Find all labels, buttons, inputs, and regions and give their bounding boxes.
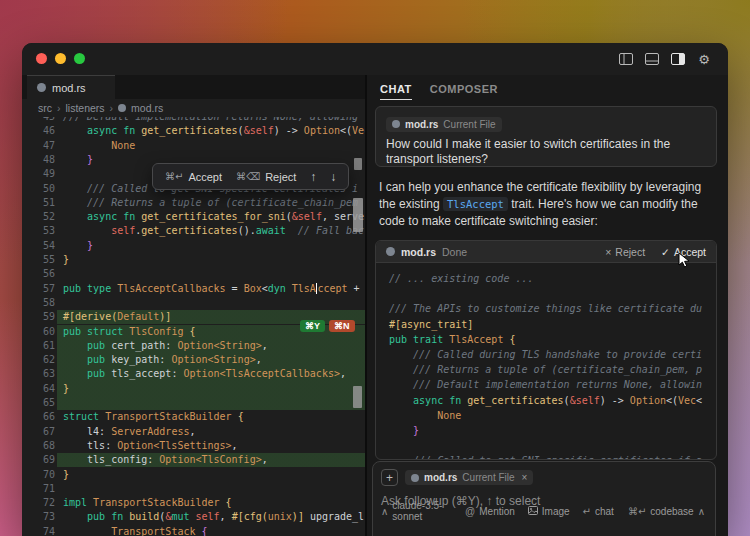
code-line: 69 tls_config: Option<TlsConfig>,	[22, 453, 365, 467]
scrollbar-marker[interactable]	[353, 198, 363, 232]
remove-context-icon[interactable]: ×	[522, 472, 528, 483]
editor-code-area[interactable]: 45/// Default implementation returns Non…	[22, 117, 365, 536]
user-message-card: mod.rs Current File How could I make it …	[375, 106, 717, 167]
assistant-message: I can help you enhance the certificate f…	[379, 179, 719, 230]
tab-strip: mod.rs	[22, 75, 365, 99]
rust-file-icon	[118, 104, 126, 112]
minimize-window-button[interactable]	[55, 53, 66, 64]
chevron-up-icon: ∧	[381, 506, 388, 517]
code-line: 55}	[22, 253, 365, 267]
code-line: 68 tls: Option<TlsSettings>,	[22, 439, 365, 453]
add-context-button[interactable]: +	[381, 469, 398, 486]
code-line: 64}	[22, 382, 365, 396]
input-context-file-chip[interactable]: mod.rs Current File ×	[405, 470, 533, 485]
chat-input-box[interactable]: + mod.rs Current File × Ask followup (⌘Y…	[372, 461, 716, 536]
chat-pane: CHAT COMPOSER mod.rs Current File How co…	[365, 75, 728, 536]
traffic-lights	[36, 53, 85, 64]
code-line: 58	[22, 296, 365, 310]
mouse-pointer-cursor	[678, 252, 690, 270]
code-line: 47 None	[22, 139, 365, 153]
code-line: 72impl TransportStackBuilder {	[22, 496, 365, 510]
code-line: 65	[22, 396, 365, 410]
code-line: /// Called to get SNI-specific certifica…	[389, 453, 716, 460]
titlebar: ⚙	[22, 43, 728, 75]
close-window-button[interactable]	[36, 53, 47, 64]
code-line: /// Returns a tuple of (certificate_chai…	[389, 362, 716, 377]
rust-file-icon	[37, 83, 46, 92]
arrow-up-icon[interactable]: ↑	[310, 170, 316, 184]
diff-shortcut-badges: ⌘Y ⌘N	[300, 320, 355, 332]
code-block-status: Done	[442, 246, 467, 258]
code-line	[389, 286, 716, 301]
mention-button[interactable]: @ Mention	[465, 506, 515, 517]
scrollbar-marker[interactable]	[354, 158, 362, 170]
settings-gear-icon[interactable]: ⚙	[696, 51, 712, 67]
command-return-key-icon: ⌘↵	[165, 171, 183, 182]
code-line: 71	[22, 482, 365, 496]
image-icon	[528, 506, 538, 517]
context-file-chip[interactable]: mod.rs Current File	[386, 117, 502, 132]
code-line: 67 l4: ServerAddress,	[22, 425, 365, 439]
rust-file-icon	[392, 120, 400, 128]
scrollbar-marker[interactable]	[353, 386, 362, 408]
code-line: 56	[22, 267, 365, 281]
widget-accept-button[interactable]: ⌘↵ Accept	[165, 171, 222, 183]
arrow-down-icon[interactable]: ↓	[330, 170, 336, 184]
code-line: 61 pub cert_path: Option<String>,	[22, 339, 365, 353]
code-line: 57pub type TlsAcceptCallbacks = Box<dyn …	[22, 282, 365, 296]
accept-diff-badge[interactable]: ⌘Y	[300, 320, 325, 332]
reject-diff-badge[interactable]: ⌘N	[329, 320, 355, 332]
zoom-window-button[interactable]	[74, 53, 85, 64]
code-block-filename: mod.rs	[401, 246, 436, 258]
user-message-text: How could I make it easier to switch cer…	[386, 137, 706, 166]
code-line: 62 pub key_path: Option<String>,	[22, 353, 365, 367]
tab-mod-rs[interactable]: mod.rs	[27, 75, 115, 99]
tab-composer[interactable]: COMPOSER	[430, 83, 498, 100]
command-delete-key-icon: ⌘⌫	[236, 171, 260, 182]
code-line: /// The APIs to customize things like ce…	[389, 301, 716, 316]
image-button[interactable]: Image	[528, 506, 570, 517]
toggle-bottom-panel-icon[interactable]	[644, 51, 660, 67]
code-block-body: // ... existing code .../// The APIs to …	[376, 263, 716, 460]
model-selector[interactable]: ∧ claude-3.5-sonnet	[381, 500, 452, 522]
code-line: 73 pub fn build(&mut self, #[cfg(unix)] …	[22, 510, 365, 524]
submit-chat-button[interactable]: ↵ chat	[583, 506, 614, 517]
code-line: 52 async fn get_certificates_for_sni(&se…	[22, 210, 365, 224]
breadcrumb[interactable]: src › listeners › mod.rs	[22, 99, 365, 117]
chevron-up-icon: ∧	[698, 506, 705, 517]
code-line: 66struct TransportStackBuilder {	[22, 410, 365, 424]
code-line: 51 /// Returns a tuple of (certificate_c…	[22, 196, 365, 210]
editor-pane: mod.rs src › listeners › mod.rs 45/// De…	[22, 75, 365, 536]
tab-label: mod.rs	[52, 82, 86, 94]
breadcrumb-src[interactable]: src	[38, 102, 52, 114]
code-line	[389, 438, 716, 453]
inline-code-tlsaccept: TlsAccept	[443, 197, 508, 211]
command-return-key-icon: ⌘↵	[628, 506, 646, 517]
chevron-right-icon: ›	[57, 102, 61, 114]
chevron-right-icon: ›	[110, 102, 114, 114]
code-line: 53 self.get_certificates().await // Fall…	[22, 224, 365, 238]
code-line: #[async_trait]	[389, 317, 716, 332]
code-line: }	[389, 423, 716, 438]
code-line: // ... existing code ...	[389, 271, 716, 286]
code-line: 70}	[22, 468, 365, 482]
inline-diff-widget: ⌘↵ Accept ⌘⌫ Reject ↑ ↓	[152, 163, 349, 190]
reject-button[interactable]: × Reject	[605, 246, 645, 258]
code-line: pub trait TlsAccept {	[389, 332, 716, 347]
code-line: 46 async fn get_certificates(&self) -> O…	[22, 124, 365, 138]
toggle-left-sidebar-icon[interactable]	[618, 51, 634, 67]
close-icon: ×	[605, 246, 611, 258]
code-block-header: mod.rs Done × Reject ✓ Accept	[376, 241, 716, 263]
chat-tab-bar: CHAT COMPOSER	[380, 83, 498, 100]
at-mention-icon: @	[465, 506, 475, 517]
desktop-background: ⚙ mod.rs src › listeners › mod.rs 45/// …	[0, 0, 750, 536]
breadcrumb-listeners[interactable]: listeners	[66, 102, 105, 114]
submit-codebase-button[interactable]: ⌘↵ codebase ∧	[628, 506, 705, 517]
code-line: 74 TransportStack {	[22, 525, 365, 536]
tab-chat[interactable]: CHAT	[380, 83, 412, 100]
toggle-right-sidebar-icon[interactable]	[670, 51, 686, 67]
widget-reject-button[interactable]: ⌘⌫ Reject	[236, 171, 296, 183]
code-line: 63 pub tls_accept: Option<TlsAcceptCallb…	[22, 367, 365, 381]
breadcrumb-file[interactable]: mod.rs	[131, 102, 163, 114]
code-line: 45/// Default implementation returns Non…	[22, 117, 365, 124]
